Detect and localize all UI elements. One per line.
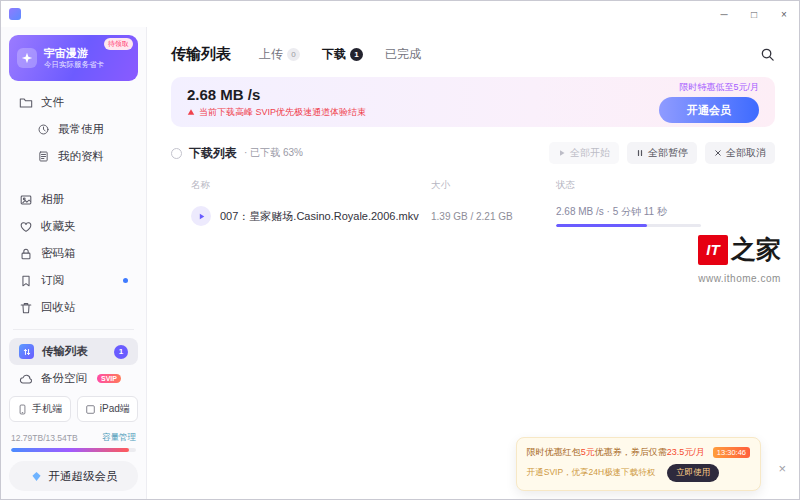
speed-warning: 当前下载高峰 SVIP优先极速通道体验结束 [187, 106, 366, 119]
table-row[interactable]: 007：皇家赌场.Casino.Royale.2006.mkv 1.39 GB … [171, 205, 775, 227]
toast-line2: 开通SVIP，优享24H极速下载特权 立即使用 [527, 464, 750, 482]
promo-toast: 限时优惠红包5元优惠券，券后仅需23.5元/月 13:30:46 开通SVIP，… [516, 437, 761, 491]
toast-highlight: 23.5元/月 [667, 446, 705, 459]
sidebar-item-backup-space[interactable]: 备份空间 SVIP [9, 365, 138, 392]
open-membership-button[interactable]: 开通会员 [659, 97, 759, 123]
warning-icon [187, 108, 195, 116]
column-status: 状态 [556, 179, 775, 192]
tab-label: 下载 [322, 46, 346, 63]
play-icon [558, 149, 566, 157]
sidebar-item-label: 文件 [41, 95, 64, 110]
tab-label: 上传 [259, 46, 283, 63]
file-progress-bar [556, 224, 701, 227]
warning-text: 当前下载高峰 SVIP优先极速通道体验结束 [199, 106, 366, 119]
tablet-icon [85, 404, 96, 415]
current-speed: 2.68 MB /s [187, 86, 366, 103]
banner-title: 宇宙漫游 [44, 47, 104, 60]
resume-task-button[interactable] [191, 206, 211, 226]
storage-manage-link[interactable]: 容量管理 [102, 432, 136, 444]
device-buttons: 手机端 iPad端 [9, 396, 138, 422]
sparkle-icon [17, 48, 37, 68]
close-button[interactable]: × [769, 1, 799, 27]
heart-icon [19, 220, 33, 234]
download-count-badge: 1 [350, 48, 363, 61]
sidebar-item-label: 收藏夹 [41, 219, 76, 234]
main-content: 传输列表 上传 0 下载 1 已完成 [147, 27, 799, 499]
transfer-icon [19, 344, 34, 359]
sidebar-item-albums[interactable]: 相册 [9, 186, 138, 213]
file-name: 007：皇家赌场.Casino.Royale.2006.mkv [220, 209, 419, 224]
list-actions: 全部开始 全部暂停 全部取消 [549, 142, 775, 164]
app-window: ─ □ × 宇宙漫游 今日实际服务省卡 待领取 文件 [0, 0, 800, 500]
phone-icon [17, 404, 28, 415]
column-size: 大小 [431, 179, 556, 192]
sidebar-item-favorites[interactable]: 收藏夹 [9, 213, 138, 240]
trash-icon [19, 301, 33, 315]
svip-badge: SVIP [97, 374, 121, 383]
tab-completed[interactable]: 已完成 [385, 46, 421, 63]
tab-download[interactable]: 下载 1 [322, 46, 363, 63]
ipad-app-button[interactable]: iPad端 [77, 396, 139, 422]
sidebar-item-label: 订阅 [41, 273, 64, 288]
sidebar: 宇宙漫游 今日实际服务省卡 待领取 文件 最常使用 我的资料 [1, 27, 147, 499]
toast-text: 优惠券，券后仅需 [595, 446, 667, 459]
ithome-logo-icon: IT [698, 235, 728, 265]
open-super-member-button[interactable]: 开通超级会员 [9, 461, 138, 491]
toast-close-icon[interactable]: × [778, 462, 786, 475]
sidebar-item-recent[interactable]: 最常使用 [9, 116, 138, 143]
sidebar-menu: 文件 最常使用 我的资料 相册 收藏夹 [9, 89, 138, 321]
page-header: 传输列表 上传 0 下载 1 已完成 [171, 45, 775, 64]
toast-text: 限时优惠红包 [527, 446, 581, 459]
claim-badge: 待领取 [104, 38, 133, 50]
list-title: 下载列表 [189, 145, 237, 162]
sidebar-item-files[interactable]: 文件 [9, 89, 138, 116]
upload-count-badge: 0 [287, 48, 300, 61]
sidebar-item-label: 传输列表 [42, 344, 88, 359]
sidebar-item-label: 我的资料 [58, 149, 104, 164]
lock-icon [19, 247, 33, 261]
app-icon [9, 8, 21, 20]
sidebar-item-safe[interactable]: 密码箱 [9, 240, 138, 267]
use-now-button[interactable]: 立即使用 [667, 464, 719, 482]
toast-line1: 限时优惠红包5元优惠券，券后仅需23.5元/月 13:30:46 [527, 446, 750, 459]
banner-subtitle: 今日实际服务省卡 [44, 60, 104, 70]
sidebar-item-transfer-list[interactable]: 传输列表 1 [9, 338, 138, 365]
notification-dot [123, 278, 128, 283]
sidebar-divider [13, 329, 134, 330]
photo-icon [19, 193, 33, 207]
download-status: 2.68 MB /s · 5 分钟 11 秒 [556, 206, 667, 217]
page-title: 传输列表 [171, 45, 231, 64]
action-label: 全部开始 [570, 146, 610, 160]
x-icon [714, 149, 722, 157]
window-controls: ─ □ × [709, 1, 799, 27]
storage-usage-text: 12.79TB/13.54TB [11, 433, 78, 443]
storage-progress-bar [11, 448, 136, 452]
pause-all-button[interactable]: 全部暂停 [627, 142, 697, 164]
sidebar-item-recycle-bin[interactable]: 回收站 [9, 294, 138, 321]
document-icon [37, 150, 50, 163]
sidebar-item-my-docs[interactable]: 我的资料 [9, 143, 138, 170]
list-progress-text: · 已下载 63% [244, 146, 303, 160]
cloud-icon [19, 372, 33, 386]
member-button-label: 开通超级会员 [49, 469, 118, 484]
transfer-tabs: 上传 0 下载 1 已完成 [259, 46, 421, 63]
bookmark-icon [19, 274, 33, 288]
select-all-radio[interactable] [171, 148, 182, 159]
maximize-button[interactable]: □ [739, 1, 769, 27]
minimize-button[interactable]: ─ [709, 1, 739, 27]
search-icon[interactable] [760, 47, 775, 62]
action-label: 全部取消 [726, 146, 766, 160]
download-list-header: 下载列表 · 已下载 63% 全部开始 全部暂停 全部取消 [171, 142, 775, 164]
ithome-logo-text: 之家 [731, 233, 781, 266]
diamond-icon [30, 470, 43, 483]
cancel-all-button[interactable]: 全部取消 [705, 142, 775, 164]
promo-banner-card[interactable]: 宇宙漫游 今日实际服务省卡 待领取 [9, 35, 138, 81]
toast-highlight: 5元 [581, 446, 595, 459]
phone-app-button[interactable]: 手机端 [9, 396, 71, 422]
start-all-button[interactable]: 全部开始 [549, 142, 619, 164]
sidebar-item-label: 回收站 [41, 300, 76, 315]
toast-subtext: 开通SVIP，优享24H极速下载特权 [527, 467, 655, 479]
sidebar-item-subscriptions[interactable]: 订阅 [9, 267, 138, 294]
tab-upload[interactable]: 上传 0 [259, 46, 300, 63]
speed-banner: 2.68 MB /s 当前下载高峰 SVIP优先极速通道体验结束 限时特惠低至5… [171, 77, 775, 127]
